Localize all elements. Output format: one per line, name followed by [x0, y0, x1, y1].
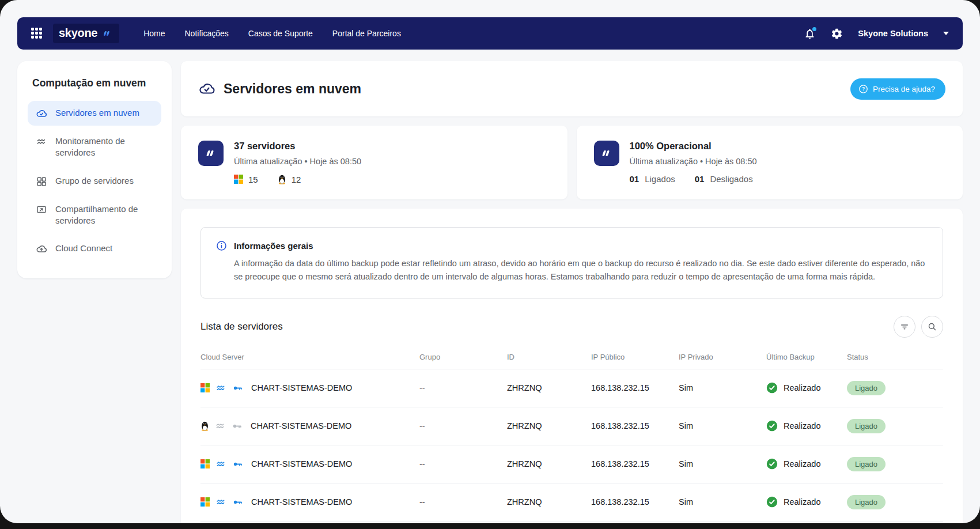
col-status: Status [847, 353, 943, 361]
key-icon [232, 497, 243, 508]
table-row[interactable]: CHART-SISTEMAS-DEMO -- ZHRZNQ 168.138.23… [200, 483, 943, 522]
table-row[interactable]: CHART-SISTEMAS-DEMO -- ZHRZNQ 168.138.23… [200, 445, 943, 483]
table-body: CHART-SISTEMAS-DEMO -- ZHRZNQ 168.138.23… [200, 369, 943, 522]
filter-button[interactable] [894, 316, 915, 338]
share-screen-icon [36, 204, 47, 216]
sidebar-item-label: Monitoramento de servidores [55, 135, 153, 159]
top-navbar: skyone Home Notificações Casos de Suport… [17, 17, 963, 50]
logo-text: skyone [59, 27, 97, 40]
skyone-mark-icon [198, 141, 224, 166]
server-id: ZHRZNQ [507, 497, 591, 507]
caret-down-icon[interactable] [943, 32, 949, 35]
windows-count: 15 [234, 175, 258, 184]
windows-icon [200, 459, 210, 468]
question-circle-icon: ? [858, 84, 868, 94]
nav-right: Skyone Solutions [804, 28, 949, 40]
backup-status: Realizado [784, 497, 821, 507]
server-public-ip: 168.138.232.15 [591, 459, 679, 468]
sidebar-item-compartilhamento[interactable]: Compartilhamento de servidores [28, 197, 161, 233]
sidebar-item-label: Grupo de servidores [55, 175, 134, 187]
page-title: Servidores em nuvem [224, 81, 361, 97]
nav-link-portal-de-parceiros[interactable]: Portal de Parceiros [332, 29, 401, 38]
server-id: ZHRZNQ [507, 421, 591, 430]
help-button[interactable]: ? Precisa de ajuda? [850, 78, 945, 100]
info-title: Informações gerais [234, 241, 313, 251]
account-name[interactable]: Skyone Solutions [858, 29, 928, 38]
sidebar-item-label: Cloud Connect [55, 243, 112, 254]
monitoring-icon [215, 421, 226, 432]
check-circle-icon [766, 420, 778, 432]
nav-link-notificacoes[interactable]: Notificações [185, 29, 229, 38]
server-list-card: Informações gerais A informação da data … [181, 209, 963, 523]
apps-grid-icon[interactable] [31, 28, 43, 39]
server-name: CHART-SISTEMAS-DEMO [251, 421, 351, 430]
key-icon [232, 383, 243, 394]
linux-icon [200, 421, 209, 431]
info-box: Informações gerais A informação da data … [200, 227, 943, 298]
linux-count: 12 [278, 174, 301, 184]
monitoring-icon [215, 497, 226, 508]
check-circle-icon [766, 496, 778, 508]
page-header: Servidores em nuvem ? Precisa de ajuda? [181, 61, 963, 116]
operational-title: 100% Operacional [630, 141, 757, 152]
app-window: skyone Home Notificações Casos de Suport… [0, 0, 980, 523]
cloud-check-icon [36, 108, 47, 119]
server-list-title: Lista de servidores [200, 321, 283, 332]
server-group: -- [419, 459, 507, 468]
server-public-ip: 168.138.232.15 [591, 383, 679, 392]
table-header: Cloud Server Grupo ID IP Público IP Priv… [200, 345, 943, 369]
sidebar: Computação em nuvem Servidores em nuvem … [17, 61, 172, 278]
sidebar-item-label: Servidores em nuvem [55, 107, 139, 119]
off-count: 01Desligados [695, 174, 753, 184]
table-row[interactable]: CHART-SISTEMAS-DEMO -- ZHRZNQ 168.138.23… [200, 407, 943, 445]
server-public-ip: 168.138.232.15 [591, 497, 679, 507]
nav-link-home[interactable]: Home [143, 29, 165, 38]
server-group: -- [419, 421, 507, 430]
server-group: -- [419, 497, 507, 507]
table-row[interactable]: CHART-SISTEMAS-DEMO -- ZHRZNQ 168.138.23… [200, 369, 943, 407]
nav-link-casos-de-suporte[interactable]: Casos de Suporte [248, 29, 313, 38]
windows-icon [200, 383, 210, 392]
status-badge: Ligado [847, 419, 886, 433]
filter-icon [899, 322, 910, 332]
sidebar-item-servidores-em-nuvem[interactable]: Servidores em nuvem [28, 101, 161, 126]
col-ip-publico: IP Público [591, 353, 679, 361]
skyone-logo[interactable]: skyone [53, 24, 119, 43]
col-ultimo-backup: Último Backup [766, 353, 847, 361]
linux-icon [278, 174, 286, 184]
windows-icon [200, 497, 210, 507]
server-private-ip: Sim [679, 497, 766, 507]
sidebar-item-monitoramento[interactable]: Monitoramento de servidores [28, 129, 161, 165]
info-icon [216, 240, 227, 251]
cloud-check-title-icon [198, 80, 215, 97]
check-circle-icon [766, 458, 778, 470]
col-grupo: Grupo [419, 353, 507, 361]
search-icon [927, 322, 937, 332]
backup-status: Realizado [784, 459, 821, 468]
grid-icon [36, 176, 47, 187]
search-button[interactable] [921, 316, 943, 338]
server-public-ip: 168.138.232.15 [591, 421, 679, 430]
col-id: ID [507, 353, 591, 361]
check-circle-icon [766, 382, 778, 394]
help-button-label: Precisa de ajuda? [873, 85, 935, 93]
servers-count-title: 37 servidores [234, 141, 361, 152]
status-badge: Ligado [847, 495, 886, 509]
server-private-ip: Sim [679, 459, 766, 468]
server-group: -- [419, 383, 507, 392]
bell-icon[interactable] [804, 28, 816, 40]
server-id: ZHRZNQ [507, 459, 591, 468]
server-name: CHART-SISTEMAS-DEMO [251, 459, 352, 468]
gear-icon[interactable] [831, 28, 843, 40]
servers-stat-card: 37 servidores Última atualização • Hoje … [181, 126, 567, 199]
col-ip-privado: IP Privado [679, 353, 766, 361]
windows-icon [234, 175, 243, 184]
status-badge: Ligado [847, 381, 886, 395]
backup-status: Realizado [784, 421, 821, 430]
server-id: ZHRZNQ [507, 383, 591, 392]
col-cloud-server: Cloud Server [200, 353, 419, 361]
sidebar-item-cloud-connect[interactable]: Cloud Connect [28, 236, 161, 261]
sidebar-item-grupo[interactable]: Grupo de servidores [28, 169, 161, 194]
operational-stat-card: 100% Operacional Última atualização • Ho… [577, 126, 963, 199]
backup-status: Realizado [784, 383, 821, 392]
